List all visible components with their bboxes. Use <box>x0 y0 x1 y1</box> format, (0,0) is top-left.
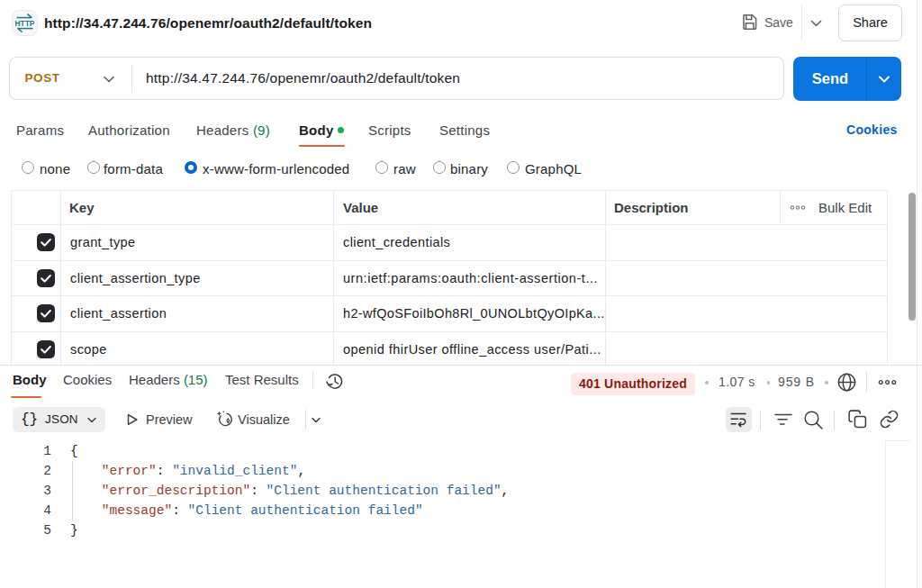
svg-text:HTTP: HTTP <box>15 19 35 28</box>
